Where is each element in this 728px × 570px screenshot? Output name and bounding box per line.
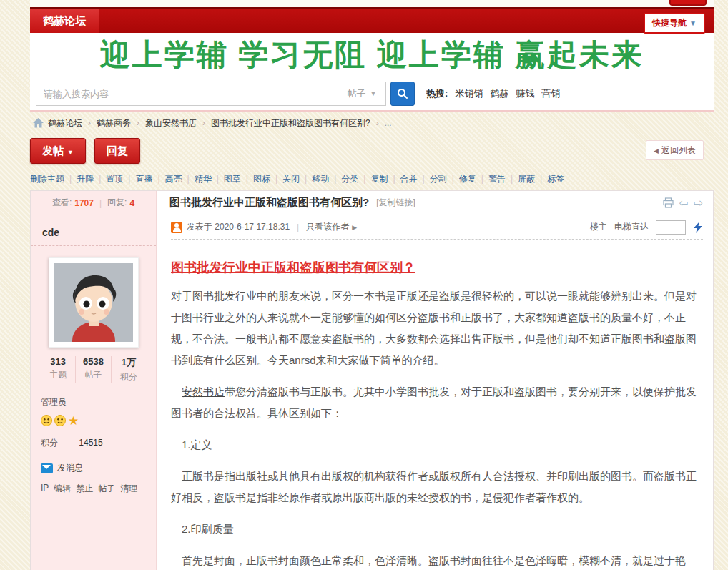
mod-link[interactable]: 删除主题 bbox=[30, 173, 64, 185]
chevron-down-icon: ▼ bbox=[67, 149, 74, 156]
left-arrow-icon: ◀ bbox=[654, 147, 659, 154]
post-meta-row: 发表于 2020-6-17 17:18:31 | 只看该作者▶ 楼主 电梯直达 bbox=[171, 215, 703, 240]
mod-link[interactable]: 移动 bbox=[312, 173, 329, 185]
post-heading[interactable]: 图书批发行业中正版和盗版图书有何区别？ bbox=[171, 257, 415, 278]
envelope-icon bbox=[41, 463, 53, 473]
search-icon bbox=[397, 88, 408, 99]
mod-link[interactable]: 分类 bbox=[341, 173, 358, 185]
mod-link[interactable]: 标签 bbox=[547, 173, 564, 185]
user-icon bbox=[171, 222, 182, 233]
shop-link[interactable]: 安然书店 bbox=[182, 385, 225, 398]
floor-jump-input[interactable] bbox=[656, 220, 686, 235]
hot-keyword[interactable]: 赚钱 bbox=[516, 87, 534, 100]
mod-link[interactable]: 修复 bbox=[459, 173, 476, 185]
back-to-list-button[interactable]: ◀返回列表 bbox=[646, 140, 704, 160]
mod-link[interactable]: 复制 bbox=[370, 173, 388, 185]
mod-link[interactable]: 合并 bbox=[400, 173, 418, 185]
thread-counters: 查看: 1707 | 回复: 4 bbox=[31, 191, 157, 215]
stat-label: 积分 bbox=[112, 371, 146, 383]
search-input[interactable] bbox=[36, 82, 338, 106]
stat-threads[interactable]: 313 主题 bbox=[41, 356, 75, 383]
breadcrumb-item-current[interactable]: 图书批发行业中正版和盗版图书有何区别? bbox=[197, 117, 370, 129]
breadcrumb-ellipsis: ... bbox=[370, 118, 392, 128]
mod-link[interactable]: 图章 bbox=[224, 173, 241, 185]
breadcrumb: 鹤赫论坛 鹤赫商务 象山安然书店 图书批发行业中正版和盗版图书有何区别? ... bbox=[30, 112, 714, 134]
search-row: 帖子 ▼ 热搜: 米销销 鹤赫 赚钱 营销 bbox=[30, 77, 714, 110]
mod-link[interactable]: 图标 bbox=[253, 173, 270, 185]
author-sidebar: cde bbox=[31, 215, 157, 570]
mod-link[interactable]: 高亮 bbox=[165, 173, 182, 185]
quick-nav-button[interactable]: 快捷导航▼ bbox=[644, 13, 705, 34]
avatar-image bbox=[54, 263, 133, 342]
mod-link[interactable]: 屏蔽 bbox=[518, 173, 535, 185]
stat-posts[interactable]: 6538 帖子 bbox=[75, 356, 110, 383]
mod-link[interactable]: 置顶 bbox=[106, 173, 123, 185]
hot-keyword[interactable]: 米销销 bbox=[455, 87, 483, 100]
hot-keyword[interactable]: 营销 bbox=[541, 87, 560, 100]
search-type-select[interactable]: 帖子 ▼ bbox=[338, 82, 386, 106]
hot-keyword[interactable]: 鹤赫 bbox=[490, 87, 508, 100]
send-message-link[interactable]: 发消息 bbox=[57, 462, 83, 474]
stat-value: 6538 bbox=[76, 356, 110, 367]
stat-label: 帖子 bbox=[76, 369, 110, 381]
back-to-list-label: 返回列表 bbox=[661, 145, 696, 155]
section-heading: 1.定义 bbox=[171, 434, 703, 456]
avatar[interactable] bbox=[49, 257, 139, 348]
search-button[interactable] bbox=[390, 82, 415, 106]
prev-thread-icon[interactable]: ⇦ bbox=[679, 197, 689, 210]
admin-action-link[interactable]: 清理 bbox=[120, 483, 137, 495]
action-row: 发帖▼ 回复 ◀返回列表 bbox=[30, 134, 714, 167]
author-admin-actions: IP 编辑 禁止 帖子 清理 bbox=[41, 483, 146, 495]
chevron-down-icon: ▼ bbox=[370, 90, 377, 97]
quick-nav-label: 快捷导航 bbox=[652, 18, 687, 28]
breadcrumb-item[interactable]: 鹤赫论坛 bbox=[48, 117, 82, 129]
right-triangle-icon: ▶ bbox=[352, 224, 357, 231]
mod-link[interactable]: 关闭 bbox=[282, 173, 300, 185]
jump-bolt-icon[interactable] bbox=[693, 222, 703, 233]
ad-banner-text: 迎上学辅 学习无阻 迎上学辅 赢起未来 bbox=[100, 35, 644, 75]
stat-label: 主题 bbox=[41, 369, 75, 381]
post-paragraph: 正版书是指出版社或其他具有出版权的机构获得作者或版权所有人合法授权、并印刷出版的… bbox=[171, 466, 703, 508]
replies-label: 回复: bbox=[107, 197, 127, 209]
only-author-link[interactable]: 只看该作者▶ bbox=[306, 221, 357, 233]
only-author-label: 只看该作者 bbox=[306, 222, 349, 232]
new-post-button[interactable]: 发帖▼ bbox=[30, 138, 86, 164]
admin-action-link[interactable]: 帖子 bbox=[98, 483, 115, 495]
mod-link[interactable]: 警告 bbox=[488, 173, 506, 185]
stat-credits[interactable]: 1万 积分 bbox=[111, 356, 146, 383]
home-icon[interactable] bbox=[33, 118, 44, 128]
thread-body: cde bbox=[31, 215, 713, 570]
browser-cutoff-button bbox=[669, 0, 707, 6]
stat-value: 1万 bbox=[112, 356, 146, 369]
author-username[interactable]: cde bbox=[41, 224, 146, 245]
search-group: 帖子 ▼ bbox=[36, 82, 415, 106]
thread-tools: ⇦ ⇨ bbox=[663, 197, 703, 210]
mod-link[interactable]: 分割 bbox=[430, 173, 447, 185]
forum-logo[interactable]: 鹤赫论坛 bbox=[30, 9, 99, 33]
print-icon[interactable] bbox=[663, 197, 674, 208]
admin-action-link[interactable]: IP bbox=[41, 483, 49, 495]
thread-header: 查看: 1707 | 回复: 4 图书批发行业中正版和盗版图书有何区别? [复制… bbox=[31, 191, 713, 215]
header-block: 迎上学辅 学习无阻 迎上学辅 赢起未来 帖子 ▼ bbox=[30, 33, 714, 112]
reply-label: 回复 bbox=[107, 144, 128, 157]
ad-banner[interactable]: 迎上学辅 学习无阻 迎上学辅 赢起未来 bbox=[30, 33, 714, 77]
post-body: 图书批发行业中正版和盗版图书有何区别？ 对于图书批发行业中的朋友来说，区分一本书… bbox=[171, 240, 703, 570]
breadcrumb-item[interactable]: 鹤赫商务 bbox=[82, 117, 131, 129]
star-icon: ★ bbox=[68, 415, 79, 427]
page: 鹤赫论坛 快捷导航▼ 迎上学辅 学习无阻 迎上学辅 赢起未来 帖子 ▼ bbox=[30, 0, 714, 570]
admin-action-link[interactable]: 禁止 bbox=[76, 483, 93, 495]
mod-link[interactable]: 精华 bbox=[195, 173, 212, 185]
author-stats: 313 主题 6538 帖子 1万 积分 bbox=[41, 356, 146, 383]
copy-link[interactable]: [复制链接] bbox=[376, 197, 415, 209]
next-thread-icon[interactable]: ⇨ bbox=[694, 197, 703, 210]
mod-link[interactable]: 直播 bbox=[135, 173, 152, 185]
hot-search: 热搜: 米销销 鹤赫 赚钱 营销 bbox=[426, 87, 560, 100]
divider: | bbox=[297, 222, 299, 232]
score-row: 积分 14515 bbox=[41, 437, 146, 449]
reply-button[interactable]: 回复 bbox=[94, 138, 140, 164]
admin-action-link[interactable]: 编辑 bbox=[54, 483, 71, 495]
breadcrumb-item[interactable]: 象山安然书店 bbox=[131, 117, 197, 129]
elevator-label: 电梯直达 bbox=[614, 221, 649, 233]
top-strip bbox=[30, 0, 714, 7]
mod-link[interactable]: 升降 bbox=[77, 173, 94, 185]
